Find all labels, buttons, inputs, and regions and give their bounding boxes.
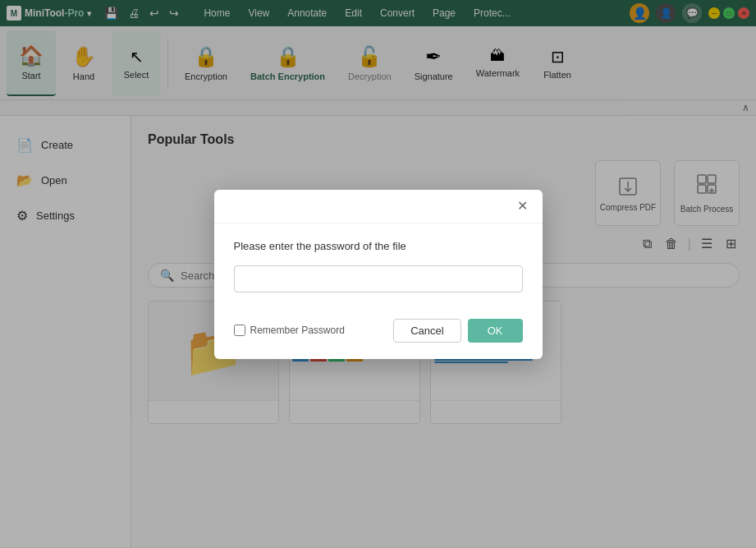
dialog-close-button[interactable]: ✕ <box>513 196 533 216</box>
dialog-message: Please enter the password of the file <box>234 240 523 252</box>
dialog-header: ✕ <box>214 190 543 223</box>
dialog-body: Please enter the password of the file <box>214 223 543 309</box>
password-dialog: ✕ Please enter the password of the file … <box>214 190 543 359</box>
remember-password-label: Remember Password <box>250 325 345 336</box>
remember-password-checkbox[interactable] <box>234 325 245 336</box>
ok-button[interactable]: OK <box>468 319 523 343</box>
dialog-buttons: Cancel OK <box>393 319 522 343</box>
dialog-overlay: ✕ Please enter the password of the file … <box>0 0 756 548</box>
cancel-button[interactable]: Cancel <box>393 319 460 343</box>
password-input[interactable] <box>234 265 523 292</box>
remember-password-row: Remember Password <box>234 325 345 336</box>
dialog-footer: Remember Password Cancel OK <box>214 309 543 359</box>
